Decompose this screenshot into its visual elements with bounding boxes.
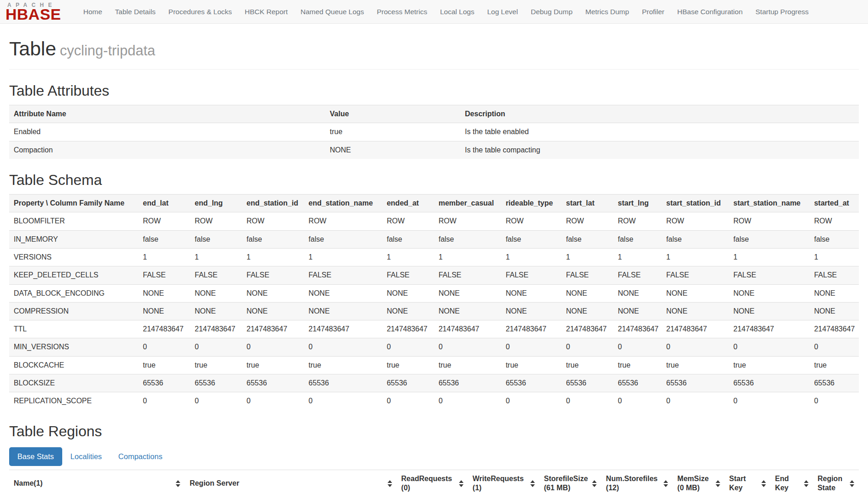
schema-cell: FALSE bbox=[304, 266, 382, 284]
attribute-value-cell: true bbox=[325, 123, 460, 141]
schema-cell: NONE bbox=[613, 284, 662, 302]
column-header-read-requests[interactable]: ReadRequests(0) bbox=[397, 470, 468, 493]
schema-cell: 0 bbox=[242, 392, 304, 410]
schema-cell: 0 bbox=[662, 392, 729, 410]
schema-cell: false bbox=[434, 230, 501, 248]
nav-item: HBCK Report bbox=[238, 0, 294, 24]
column-header-family: end_lat bbox=[138, 194, 190, 212]
regions-heading: Table Regions bbox=[9, 423, 859, 440]
nav-item-named-queue-logs[interactable]: Named Queue Logs bbox=[294, 0, 371, 24]
schema-cell: false bbox=[561, 230, 613, 248]
nav-item-local-logs[interactable]: Local Logs bbox=[434, 0, 481, 24]
column-header-family: start_station_name bbox=[729, 194, 809, 212]
schema-cell: 65536 bbox=[304, 374, 382, 392]
schema-cell: 2147483647 bbox=[809, 320, 859, 338]
schema-property-cell: VERSIONS bbox=[9, 248, 138, 266]
schema-cell: ROW bbox=[561, 212, 613, 230]
column-header-family: ended_at bbox=[382, 194, 434, 212]
table-row: BLOCKSIZE 655366553665536655366553665536… bbox=[9, 374, 859, 392]
table-row: Enabled true Is the table enabled bbox=[9, 123, 859, 141]
schema-cell: 1 bbox=[501, 248, 561, 266]
nav-item: Debug Dump bbox=[524, 0, 579, 24]
schema-property-cell: BLOOMFILTER bbox=[9, 212, 138, 230]
column-header-storefile-size[interactable]: StorefileSize(61 MB) bbox=[539, 470, 602, 493]
schema-cell: 2147483647 bbox=[561, 320, 613, 338]
column-header-mem-size[interactable]: MemSize(0 MB) bbox=[673, 470, 724, 493]
nav-item-hbase-configuration[interactable]: HBase Configuration bbox=[671, 0, 749, 24]
schema-cell: 2147483647 bbox=[434, 320, 501, 338]
sort-icon[interactable] bbox=[176, 480, 180, 487]
sort-icon[interactable] bbox=[804, 480, 809, 487]
schema-cell: 0 bbox=[729, 338, 809, 356]
nav-item-home[interactable]: Home bbox=[77, 0, 108, 24]
column-header-attribute-name: Attribute Name bbox=[9, 105, 325, 123]
nav-item-procedures-locks[interactable]: Procedures & Locks bbox=[162, 0, 238, 24]
nav-item: Procedures & Locks bbox=[162, 0, 238, 24]
attribute-description-cell: Is the table compacting bbox=[460, 141, 859, 159]
nav-item-log-level[interactable]: Log Level bbox=[481, 0, 524, 24]
tab-compactions[interactable]: Compactions bbox=[110, 447, 171, 466]
column-header-name[interactable]: Name(1) bbox=[9, 470, 185, 493]
schema-cell: 65536 bbox=[190, 374, 242, 392]
table-name: cycling-tripdata bbox=[60, 43, 155, 59]
schema-cell: 1 bbox=[190, 248, 242, 266]
nav-item-table-details[interactable]: Table Details bbox=[108, 0, 162, 24]
sort-icon[interactable] bbox=[850, 480, 854, 487]
schema-cell: FALSE bbox=[138, 266, 190, 284]
sort-icon[interactable] bbox=[716, 480, 720, 487]
sort-icon[interactable] bbox=[459, 480, 464, 487]
schema-cell: 1 bbox=[138, 248, 190, 266]
nav-item-debug-dump[interactable]: Debug Dump bbox=[524, 0, 579, 24]
schema-cell: 65536 bbox=[138, 374, 190, 392]
column-header-num-storefiles[interactable]: Num.Storefiles(12) bbox=[601, 470, 673, 493]
nav-item-hbck-report[interactable]: HBCK Report bbox=[238, 0, 294, 24]
sort-icon[interactable] bbox=[388, 480, 392, 487]
nav-item: Process Metrics bbox=[370, 0, 433, 24]
column-header-start-key[interactable]: StartKey bbox=[725, 470, 771, 493]
column-header-write-requests[interactable]: WriteRequests(1) bbox=[468, 470, 539, 493]
schema-cell: FALSE bbox=[809, 266, 859, 284]
schema-cell: ROW bbox=[190, 212, 242, 230]
schema-cell: NONE bbox=[809, 284, 859, 302]
nav-item-metrics-dump[interactable]: Metrics Dump bbox=[579, 0, 636, 24]
schema-cell: 2147483647 bbox=[501, 320, 561, 338]
schema-cell: 0 bbox=[138, 338, 190, 356]
schema-cell: ROW bbox=[382, 212, 434, 230]
schema-cell: 2147483647 bbox=[242, 320, 304, 338]
tab-localities[interactable]: Localities bbox=[62, 447, 110, 466]
nav-item: Metrics Dump bbox=[579, 0, 636, 24]
nav-item-startup-progress[interactable]: Startup Progress bbox=[749, 0, 815, 24]
schema-cell: 0 bbox=[729, 392, 809, 410]
schema-cell: NONE bbox=[304, 302, 382, 320]
schema-cell: 65536 bbox=[434, 374, 501, 392]
tab-base-stats[interactable]: Base Stats bbox=[9, 447, 62, 466]
nav-item-process-metrics[interactable]: Process Metrics bbox=[370, 0, 433, 24]
nav-item-profiler[interactable]: Profiler bbox=[636, 0, 671, 24]
schema-cell: NONE bbox=[304, 284, 382, 302]
schema-cell: 1 bbox=[561, 248, 613, 266]
nav-item: Home bbox=[77, 0, 108, 24]
schema-cell: false bbox=[190, 230, 242, 248]
schema-cell: FALSE bbox=[501, 266, 561, 284]
hbase-logo[interactable]: APACHE HBASE bbox=[5, 2, 69, 21]
schema-cell: 1 bbox=[613, 248, 662, 266]
schema-cell: 65536 bbox=[729, 374, 809, 392]
schema-cell: true bbox=[242, 356, 304, 374]
sort-icon[interactable] bbox=[530, 480, 535, 487]
column-header-region-state[interactable]: RegionState bbox=[813, 470, 859, 493]
table-row: KEEP_DELETED_CELLS FALSEFALSEFALSEFALSEF… bbox=[9, 266, 859, 284]
nav-item: Profiler bbox=[636, 0, 671, 24]
schema-cell: 1 bbox=[242, 248, 304, 266]
table-row: BLOOMFILTER ROWROWROWROWROWROWROWROWROWR… bbox=[9, 212, 859, 230]
column-header-family: start_station_id bbox=[662, 194, 729, 212]
sort-icon[interactable] bbox=[663, 480, 668, 487]
column-header-region-server[interactable]: Region Server bbox=[185, 470, 396, 493]
schema-property-cell: REPLICATION_SCOPE bbox=[9, 392, 138, 410]
column-header-end-key[interactable]: EndKey bbox=[771, 470, 813, 493]
schema-cell: 2147483647 bbox=[729, 320, 809, 338]
sort-icon[interactable] bbox=[592, 480, 597, 487]
sort-icon[interactable] bbox=[761, 480, 766, 487]
schema-cell: NONE bbox=[138, 284, 190, 302]
schema-cell: 0 bbox=[613, 392, 662, 410]
schema-cell: 2147483647 bbox=[662, 320, 729, 338]
